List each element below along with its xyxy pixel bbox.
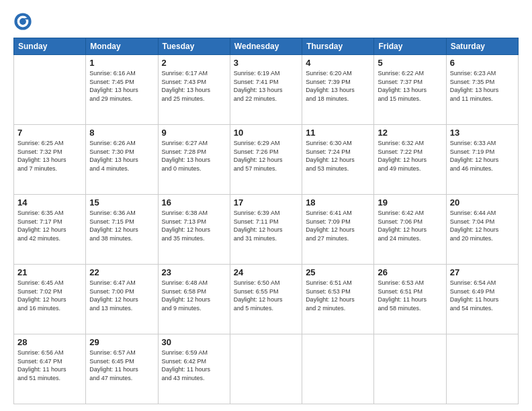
day-number: 20 bbox=[450, 197, 515, 208]
calendar-cell: 22Sunrise: 6:47 AM Sunset: 7:00 PM Dayli… bbox=[86, 265, 158, 334]
day-number: 12 bbox=[378, 128, 442, 138]
calendar-week-row: 14Sunrise: 6:35 AM Sunset: 7:17 PM Dayli… bbox=[14, 195, 519, 265]
calendar-cell: 15Sunrise: 6:36 AM Sunset: 7:15 PM Dayli… bbox=[86, 195, 158, 265]
day-info: Sunrise: 6:32 AM Sunset: 7:22 PM Dayligh… bbox=[378, 139, 442, 173]
calendar-cell: 2Sunrise: 6:17 AM Sunset: 7:43 PM Daylig… bbox=[158, 55, 230, 125]
day-number: 7 bbox=[17, 128, 82, 138]
day-number: 3 bbox=[234, 58, 298, 68]
calendar-cell: 8Sunrise: 6:26 AM Sunset: 7:30 PM Daylig… bbox=[86, 125, 158, 195]
weekday-header: Tuesday bbox=[158, 38, 230, 55]
calendar-cell: 25Sunrise: 6:51 AM Sunset: 6:53 PM Dayli… bbox=[302, 265, 374, 334]
calendar-week-row: 28Sunrise: 6:56 AM Sunset: 6:47 PM Dayli… bbox=[14, 334, 519, 404]
day-info: Sunrise: 6:54 AM Sunset: 6:49 PM Dayligh… bbox=[450, 279, 515, 312]
weekday-header: Saturday bbox=[446, 38, 518, 55]
day-info: Sunrise: 6:23 AM Sunset: 7:35 PM Dayligh… bbox=[450, 69, 515, 103]
calendar-cell: 19Sunrise: 6:42 AM Sunset: 7:06 PM Dayli… bbox=[374, 195, 446, 265]
logo-icon bbox=[13, 12, 32, 31]
day-info: Sunrise: 6:26 AM Sunset: 7:30 PM Dayligh… bbox=[89, 139, 154, 173]
calendar: SundayMondayTuesdayWednesdayThursdayFrid… bbox=[13, 38, 519, 404]
day-number: 4 bbox=[306, 58, 370, 68]
calendar-week-row: 21Sunrise: 6:45 AM Sunset: 7:02 PM Dayli… bbox=[14, 265, 519, 334]
calendar-cell: 28Sunrise: 6:56 AM Sunset: 6:47 PM Dayli… bbox=[14, 334, 86, 404]
day-number: 22 bbox=[89, 267, 154, 277]
day-number: 11 bbox=[306, 128, 370, 138]
day-info: Sunrise: 6:41 AM Sunset: 7:09 PM Dayligh… bbox=[306, 209, 370, 242]
day-number: 2 bbox=[162, 58, 226, 68]
day-info: Sunrise: 6:56 AM Sunset: 6:47 PM Dayligh… bbox=[17, 349, 82, 382]
calendar-cell: 18Sunrise: 6:41 AM Sunset: 7:09 PM Dayli… bbox=[302, 195, 374, 265]
calendar-cell: 20Sunrise: 6:44 AM Sunset: 7:04 PM Dayli… bbox=[446, 195, 518, 265]
calendar-cell: 27Sunrise: 6:54 AM Sunset: 6:49 PM Dayli… bbox=[446, 265, 518, 334]
calendar-cell: 9Sunrise: 6:27 AM Sunset: 7:28 PM Daylig… bbox=[158, 125, 230, 195]
day-info: Sunrise: 6:33 AM Sunset: 7:19 PM Dayligh… bbox=[450, 139, 515, 173]
calendar-cell: 23Sunrise: 6:48 AM Sunset: 6:58 PM Dayli… bbox=[158, 265, 230, 334]
day-number: 30 bbox=[162, 337, 226, 347]
day-number: 19 bbox=[378, 197, 442, 208]
calendar-cell: 21Sunrise: 6:45 AM Sunset: 7:02 PM Dayli… bbox=[14, 265, 86, 334]
calendar-cell: 5Sunrise: 6:22 AM Sunset: 7:37 PM Daylig… bbox=[374, 55, 446, 125]
day-number: 8 bbox=[89, 128, 154, 138]
calendar-cell: 24Sunrise: 6:50 AM Sunset: 6:55 PM Dayli… bbox=[230, 265, 302, 334]
day-info: Sunrise: 6:50 AM Sunset: 6:55 PM Dayligh… bbox=[234, 279, 298, 312]
calendar-cell bbox=[446, 334, 518, 404]
day-info: Sunrise: 6:45 AM Sunset: 7:02 PM Dayligh… bbox=[17, 279, 82, 312]
calendar-cell: 1Sunrise: 6:16 AM Sunset: 7:45 PM Daylig… bbox=[86, 55, 158, 125]
calendar-cell: 13Sunrise: 6:33 AM Sunset: 7:19 PM Dayli… bbox=[446, 125, 518, 195]
calendar-cell: 3Sunrise: 6:19 AM Sunset: 7:41 PM Daylig… bbox=[230, 55, 302, 125]
day-info: Sunrise: 6:59 AM Sunset: 6:42 PM Dayligh… bbox=[162, 349, 226, 382]
day-info: Sunrise: 6:35 AM Sunset: 7:17 PM Dayligh… bbox=[17, 209, 82, 242]
day-number: 13 bbox=[450, 128, 515, 138]
day-number: 23 bbox=[162, 267, 226, 277]
day-info: Sunrise: 6:47 AM Sunset: 7:00 PM Dayligh… bbox=[89, 279, 154, 312]
calendar-cell bbox=[374, 334, 446, 404]
day-info: Sunrise: 6:20 AM Sunset: 7:39 PM Dayligh… bbox=[306, 69, 370, 103]
calendar-cell: 30Sunrise: 6:59 AM Sunset: 6:42 PM Dayli… bbox=[158, 334, 230, 404]
day-info: Sunrise: 6:30 AM Sunset: 7:24 PM Dayligh… bbox=[306, 139, 370, 173]
day-info: Sunrise: 6:27 AM Sunset: 7:28 PM Dayligh… bbox=[162, 139, 226, 173]
day-number: 6 bbox=[450, 58, 515, 68]
day-number: 29 bbox=[89, 337, 154, 347]
calendar-cell: 11Sunrise: 6:30 AM Sunset: 7:24 PM Dayli… bbox=[302, 125, 374, 195]
day-number: 28 bbox=[17, 337, 82, 347]
calendar-cell: 29Sunrise: 6:57 AM Sunset: 6:45 PM Dayli… bbox=[86, 334, 158, 404]
calendar-cell: 7Sunrise: 6:25 AM Sunset: 7:32 PM Daylig… bbox=[14, 125, 86, 195]
calendar-header-row: SundayMondayTuesdayWednesdayThursdayFrid… bbox=[14, 38, 519, 55]
day-number: 10 bbox=[234, 128, 298, 138]
weekday-header: Monday bbox=[86, 38, 158, 55]
day-number: 9 bbox=[162, 128, 226, 138]
calendar-cell: 16Sunrise: 6:38 AM Sunset: 7:13 PM Dayli… bbox=[158, 195, 230, 265]
day-number: 17 bbox=[234, 197, 298, 208]
weekday-header: Sunday bbox=[14, 38, 86, 55]
calendar-week-row: 7Sunrise: 6:25 AM Sunset: 7:32 PM Daylig… bbox=[14, 125, 519, 195]
day-info: Sunrise: 6:17 AM Sunset: 7:43 PM Dayligh… bbox=[162, 69, 226, 103]
day-number: 27 bbox=[450, 267, 515, 277]
day-info: Sunrise: 6:51 AM Sunset: 6:53 PM Dayligh… bbox=[306, 279, 370, 312]
day-number: 25 bbox=[306, 267, 370, 277]
calendar-cell: 10Sunrise: 6:29 AM Sunset: 7:26 PM Dayli… bbox=[230, 125, 302, 195]
page-header bbox=[13, 12, 519, 31]
calendar-cell: 12Sunrise: 6:32 AM Sunset: 7:22 PM Dayli… bbox=[374, 125, 446, 195]
day-number: 14 bbox=[17, 197, 82, 208]
day-number: 1 bbox=[89, 58, 154, 68]
day-info: Sunrise: 6:25 AM Sunset: 7:32 PM Dayligh… bbox=[17, 139, 82, 173]
day-number: 15 bbox=[89, 197, 154, 208]
day-info: Sunrise: 6:57 AM Sunset: 6:45 PM Dayligh… bbox=[89, 349, 154, 382]
day-info: Sunrise: 6:29 AM Sunset: 7:26 PM Dayligh… bbox=[234, 139, 298, 173]
day-number: 16 bbox=[162, 197, 226, 208]
day-info: Sunrise: 6:38 AM Sunset: 7:13 PM Dayligh… bbox=[162, 209, 226, 242]
calendar-cell: 4Sunrise: 6:20 AM Sunset: 7:39 PM Daylig… bbox=[302, 55, 374, 125]
day-info: Sunrise: 6:42 AM Sunset: 7:06 PM Dayligh… bbox=[378, 209, 442, 242]
logo bbox=[13, 12, 35, 31]
day-number: 18 bbox=[306, 197, 370, 208]
day-number: 21 bbox=[17, 267, 82, 277]
calendar-cell bbox=[230, 334, 302, 404]
day-number: 26 bbox=[378, 267, 442, 277]
day-info: Sunrise: 6:39 AM Sunset: 7:11 PM Dayligh… bbox=[234, 209, 298, 242]
day-info: Sunrise: 6:22 AM Sunset: 7:37 PM Dayligh… bbox=[378, 69, 442, 103]
weekday-header: Friday bbox=[374, 38, 446, 55]
weekday-header: Thursday bbox=[302, 38, 374, 55]
day-info: Sunrise: 6:19 AM Sunset: 7:41 PM Dayligh… bbox=[234, 69, 298, 103]
day-info: Sunrise: 6:53 AM Sunset: 6:51 PM Dayligh… bbox=[378, 279, 442, 312]
calendar-cell: 6Sunrise: 6:23 AM Sunset: 7:35 PM Daylig… bbox=[446, 55, 518, 125]
calendar-cell: 26Sunrise: 6:53 AM Sunset: 6:51 PM Dayli… bbox=[374, 265, 446, 334]
